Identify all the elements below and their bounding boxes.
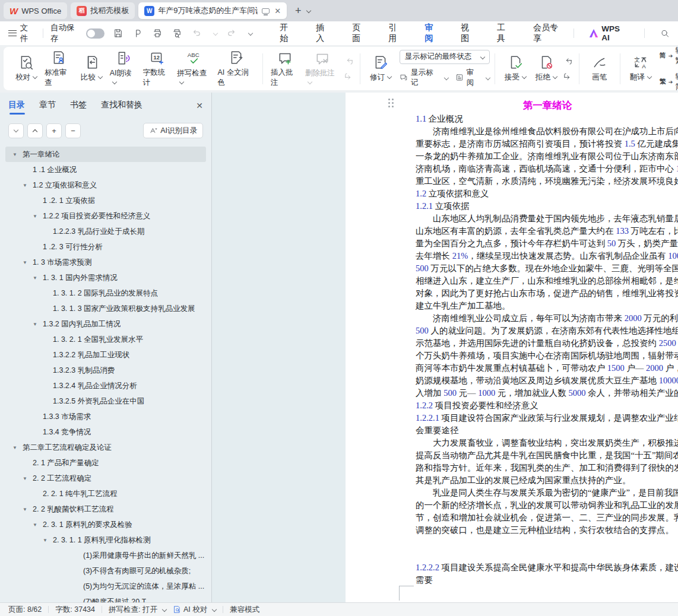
- toc-item[interactable]: 1. 3. 1. 2 国际乳品业的发展特点: [5, 285, 206, 301]
- toc-expand-arrow-icon[interactable]: ▼: [23, 183, 33, 188]
- print-preview-icon[interactable]: [172, 28, 182, 39]
- close-tab-icon[interactable]: ✕: [274, 7, 281, 15]
- print-icon[interactable]: [152, 28, 163, 39]
- previous-comment-icon[interactable]: [344, 57, 354, 67]
- next-change-icon[interactable]: [563, 71, 573, 81]
- save-icon[interactable]: [113, 28, 123, 39]
- previous-change-icon[interactable]: [563, 57, 573, 67]
- autosave-toggle[interactable]: [86, 28, 104, 39]
- translate-button[interactable]: 文 A 翻译: [625, 50, 656, 88]
- word-count-button[interactable]: 12 字数统计: [140, 50, 174, 88]
- spell-check-status[interactable]: 拼写检查: 打开: [109, 605, 166, 615]
- ai-read-aloud-button[interactable]: AI朗读: [107, 50, 140, 88]
- proofread-button[interactable]: 校对: [11, 50, 42, 88]
- toc-item[interactable]: ▼2. 2 工艺流程确定: [5, 471, 206, 486]
- page-indicator[interactable]: 页面: 8/62: [8, 605, 42, 615]
- toc-item[interactable]: 1 .1 企业概况: [5, 162, 206, 177]
- pane-tab-chapter[interactable]: 章节: [39, 100, 56, 115]
- output-pdf-icon[interactable]: [132, 28, 143, 39]
- toc-item[interactable]: 1.3.2.3 乳制品消费: [5, 363, 206, 378]
- drag-handle-icon[interactable]: [388, 99, 394, 107]
- reject-change-button[interactable]: 拒绝: [531, 50, 562, 88]
- toc-item[interactable]: 1 .2. 1 立项依据: [5, 193, 206, 208]
- standard-review-button[interactable]: 标准审查: [42, 50, 76, 88]
- accept-change-button[interactable]: 接受: [500, 50, 531, 88]
- toc-item[interactable]: 1. 3. 1. 3 国家产业政策积极支持乳品业发展: [5, 301, 206, 316]
- toc-item[interactable]: (7)酸度不超过 20 T: [5, 594, 206, 602]
- traditional-to-simplified-button[interactable]: 繁 ➔ 转简: [660, 72, 678, 92]
- toc-item[interactable]: (1)采用健康母牛挤出的新鲜天然乳 ...: [5, 548, 206, 563]
- tab-current-document[interactable]: W 年产9万吨液态奶的生产车间设计 ✕: [138, 2, 287, 19]
- next-comment-icon[interactable]: [344, 71, 354, 81]
- tab-list-chevron-icon[interactable]: [304, 5, 311, 16]
- track-changes-button[interactable]: 修订: [365, 50, 396, 88]
- zoom-in-toc-button[interactable]: +: [46, 123, 62, 138]
- simplified-to-traditional-button[interactable]: 简 ➔ 转繁: [660, 46, 678, 66]
- zoom-out-toc-button[interactable]: −: [65, 123, 81, 138]
- toc-item[interactable]: ▼1. 3. 1 国内外需求情况: [5, 270, 206, 285]
- toc-item[interactable]: ▼1.2.2 项目投资必要性和经济意义: [5, 208, 206, 224]
- ai-polish-button[interactable]: AI 全文润色: [215, 50, 258, 88]
- toc-item[interactable]: 1.3.3 市场需求: [5, 409, 206, 424]
- quickbar-more-icon[interactable]: [246, 29, 252, 38]
- toc-expand-arrow-icon[interactable]: ▼: [33, 275, 43, 281]
- toc-expand-arrow-icon[interactable]: ▼: [43, 538, 53, 543]
- show-markup-button[interactable]: 显示标记: [400, 68, 448, 88]
- delete-comment-button[interactable]: 删除批注: [302, 50, 343, 88]
- compare-button[interactable]: 比较: [76, 50, 107, 88]
- toc-expand-arrow-icon[interactable]: ▼: [12, 152, 23, 157]
- autosave-control[interactable]: 自动保存: [50, 23, 104, 44]
- ai-recognize-toc-button[interactable]: AI识别目录: [143, 123, 203, 138]
- toc-expand-arrow-icon[interactable]: ▼: [33, 322, 43, 327]
- spell-check-button[interactable]: ABC 拼写检查: [174, 50, 214, 88]
- file-menu-button[interactable]: 文件: [8, 23, 36, 44]
- document-body[interactable]: 1.1 企业概况 济南维维乳业是徐州维维食品饮料股份有限公司在沪成功上市后向乳重…: [416, 113, 678, 586]
- new-tab-button[interactable]: +: [295, 5, 302, 17]
- toc-item[interactable]: 2. 2. 1 纯牛乳工艺流程: [5, 486, 206, 501]
- toc-item[interactable]: 1. 3. 2. 1 全国乳业发展水平: [5, 332, 206, 347]
- toc-item[interactable]: 1 .2. 3 可行性分析: [5, 239, 206, 255]
- toc-item[interactable]: ▼第二章工艺流程确定及论证: [5, 440, 206, 455]
- pane-tab-bookmark[interactable]: 书签: [70, 100, 87, 115]
- toc-item[interactable]: 2. 1 产品和产量确定: [5, 455, 206, 471]
- toc-item[interactable]: 1.3.2.4 乳品企业情况分析: [5, 378, 206, 393]
- close-pane-icon[interactable]: ✕: [196, 101, 203, 114]
- review-pane-button[interactable]: 审阅: [455, 68, 490, 88]
- toc-item[interactable]: ▼2. 3. 1 原料乳的要求及检验: [5, 517, 206, 532]
- toc-item[interactable]: ▼2. 3. 1. 1 原料乳理化指标检测: [5, 532, 206, 548]
- collapse-all-button[interactable]: [8, 123, 24, 138]
- markup-state-dropdown[interactable]: 显示标记的最终状态: [400, 50, 490, 64]
- ink-brush-button[interactable]: 画笔: [584, 50, 615, 88]
- toc-item[interactable]: 1.3.2.5 外资乳品企业在中国: [5, 393, 206, 409]
- expand-all-button[interactable]: [27, 123, 43, 138]
- toc-item[interactable]: ▼2. 2 乳酸菌饮料工艺流程: [5, 501, 206, 517]
- toc-item[interactable]: ▼第一章绪论: [5, 147, 206, 162]
- wps-ai-button[interactable]: WPS AI: [590, 24, 629, 42]
- ai-proofread-status[interactable]: AI 校对: [173, 605, 216, 615]
- document-page[interactable]: 第一章绪论 1.1 企业概况 济南维维乳业是徐州维维食品饮料股份有限公司在沪成功…: [346, 93, 678, 602]
- undo-icon[interactable]: [191, 28, 202, 39]
- tab-docer-templates[interactable]: 稻 找稻壳模板: [71, 2, 135, 19]
- toc-item[interactable]: ▼1.3.2 国内乳品加工情况: [5, 316, 206, 332]
- toc-item[interactable]: 1.3.2.2 乳品加工业现状: [5, 347, 206, 363]
- toc-item[interactable]: 1.3.4 竞争情况: [5, 424, 206, 440]
- tab-wps-office[interactable]: W WPS Office: [4, 2, 67, 19]
- toc-expand-arrow-icon[interactable]: ▼: [23, 260, 33, 265]
- insert-comment-button[interactable]: 插入批注: [268, 50, 302, 88]
- toc-item[interactable]: ▼1. 3 市场需求预测: [5, 255, 206, 270]
- share-screen-icon[interactable]: [262, 8, 270, 14]
- toc-item[interactable]: ▼1.2 立项依据和意义: [5, 177, 206, 193]
- toc-expand-arrow-icon[interactable]: ▼: [33, 214, 43, 219]
- toc-expand-arrow-icon[interactable]: ▼: [33, 522, 43, 528]
- toc-item[interactable]: 1.2.2.3 乳品行业处于成长期: [5, 224, 206, 239]
- toc-expand-arrow-icon[interactable]: ▼: [23, 507, 33, 512]
- toc-expand-arrow-icon[interactable]: ▼: [12, 445, 23, 450]
- word-count-indicator[interactable]: 字数: 37434: [55, 605, 95, 615]
- search-icon[interactable]: [660, 28, 670, 39]
- toc-item[interactable]: (5)为均匀无沉淀的流体，呈浓厚粘 ...: [5, 579, 206, 594]
- toc-expand-arrow-icon[interactable]: ▼: [23, 476, 33, 481]
- toc-item[interactable]: (3)不得含有肉眼可见的机械杂质;: [5, 563, 206, 579]
- redo-icon[interactable]: [226, 28, 237, 39]
- pane-tab-toc[interactable]: 目录: [8, 100, 25, 115]
- pane-tab-find-replace[interactable]: 查找和替换: [101, 100, 142, 115]
